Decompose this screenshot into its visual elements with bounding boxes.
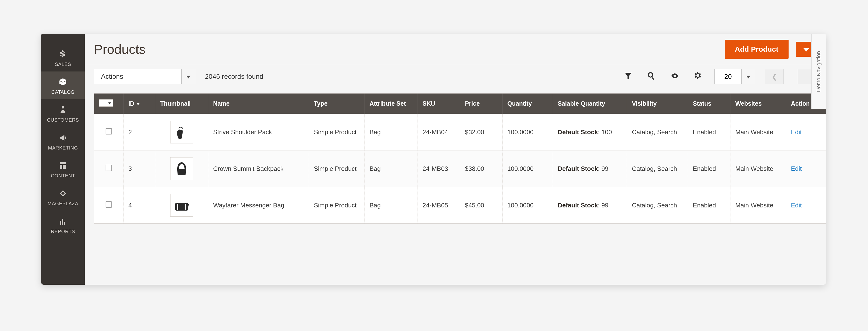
sidebar-item-marketing[interactable]: MARKETING [41,127,85,155]
cell-price: $38.00 [460,150,502,187]
actions-select[interactable]: Actions [94,69,195,84]
sidebar-item-label: CUSTOMERS [47,117,79,123]
chevron-down-icon[interactable] [741,69,755,84]
filters-button[interactable] [621,70,635,83]
cell-id: 3 [123,150,155,187]
funnel-icon [624,72,632,82]
sidebar-item-label: MARKETING [48,145,78,150]
col-salable-quantity[interactable]: Salable Quantity [553,93,627,114]
gear-icon [694,72,702,82]
sort-desc-icon [136,103,140,105]
cell-quantity: 100.0000 [502,150,553,187]
row-checkbox[interactable] [105,128,112,134]
cell-price: $32.00 [460,114,502,150]
row-checkbox-cell [94,150,123,187]
person-icon [42,104,84,115]
products-grid: ID Thumbnail Name Type Attribute Set SKU… [94,93,826,224]
col-price[interactable]: Price [460,93,502,114]
sidebar-item-customers[interactable]: CUSTOMERS [41,99,85,127]
cell-action: Edit [786,114,826,150]
demo-navigation-tab[interactable]: Demo Navigation [811,34,826,109]
page-size-select[interactable] [714,69,755,84]
grid-toolbar: Actions 2046 records found ❮ [85,64,826,89]
cell-quantity: 100.0000 [502,187,553,224]
table-row[interactable]: 3 Crown Summit Backpack Simple Product B… [94,150,826,187]
page-size-input[interactable] [715,69,741,84]
cell-sku: 24-MB04 [417,114,460,150]
cell-salable-quantity: Default Stock: 99 [553,187,627,224]
product-thumb[interactable] [170,121,193,144]
cell-id: 2 [123,114,155,150]
chevron-down-icon[interactable] [181,69,195,84]
cell-type: Simple Product [309,114,365,150]
cell-attribute-set: Bag [365,187,417,224]
records-found-label: 2046 records found [205,73,263,81]
cell-thumbnail [155,114,208,150]
cell-quantity: 100.0000 [502,114,553,150]
admin-window: SALES CATALOG CUSTOMERS MARKETING CONTEN… [41,34,826,285]
chevron-down-icon[interactable] [106,99,113,107]
sidebar-item-label: REPORTS [51,229,75,234]
col-attribute-set[interactable]: Attribute Set [365,93,417,114]
cell-salable-quantity: Default Stock: 100 [553,114,627,150]
cell-thumbnail [155,187,208,224]
cell-price: $45.00 [460,187,502,224]
col-websites[interactable]: Websites [730,93,786,114]
cell-websites: Main Website [730,114,786,150]
cell-type: Simple Product [309,150,365,187]
search-icon [647,72,656,82]
sidebar-item-label: SALES [55,62,71,67]
titlebar: Products Add Product [85,34,826,64]
columns-button[interactable] [691,70,705,83]
main-panel: Products Add Product Actions 2046 record… [85,34,826,285]
product-thumb[interactable] [170,194,193,217]
sidebar-item-catalog[interactable]: CATALOG [41,71,85,99]
checkbox-icon[interactable] [99,99,106,107]
sidebar-item-label: MAGEPLAZA [48,201,79,206]
edit-link[interactable]: Edit [791,128,802,136]
select-all-header[interactable] [94,93,123,114]
sidebar-item-label: CONTENT [51,173,75,178]
layout-icon [42,160,84,171]
col-thumbnail[interactable]: Thumbnail [155,93,208,114]
cell-status: Enabled [688,187,730,224]
row-checkbox[interactable] [105,201,112,208]
col-type[interactable]: Type [309,93,365,114]
cell-status: Enabled [688,114,730,150]
col-sku[interactable]: SKU [417,93,460,114]
actions-select-label: Actions [94,73,181,81]
cell-websites: Main Website [730,150,786,187]
cross-icon [42,188,84,199]
col-visibility[interactable]: Visibility [627,93,688,114]
header-row: ID Thumbnail Name Type Attribute Set SKU… [94,93,826,114]
col-id[interactable]: ID [123,93,155,114]
col-status[interactable]: Status [688,93,730,114]
cell-name: Strive Shoulder Pack [208,114,309,150]
col-name[interactable]: Name [208,93,309,114]
table-row[interactable]: 4 Wayfarer Messenger Bag Simple Product … [94,187,826,224]
sidebar-item-reports[interactable]: REPORTS [41,211,85,239]
sidebar-item-content[interactable]: CONTENT [41,155,85,183]
row-checkbox[interactable] [105,165,112,171]
col-quantity[interactable]: Quantity [502,93,553,114]
row-checkbox-cell [94,187,123,224]
sidebar-item-mageplaza[interactable]: MAGEPLAZA [41,183,85,211]
edit-link[interactable]: Edit [791,165,802,172]
search-button[interactable] [645,70,658,83]
cell-action: Edit [786,187,826,224]
product-thumb[interactable] [170,157,193,180]
cell-id: 4 [123,187,155,224]
cell-attribute-set: Bag [365,114,417,150]
prev-page-button[interactable]: ❮ [765,69,784,84]
cell-websites: Main Website [730,187,786,224]
cell-action: Edit [786,150,826,187]
default-view-button[interactable] [668,70,682,83]
bars-icon [42,216,84,227]
table-row[interactable]: 2 Strive Shoulder Pack Simple Product Ba… [94,114,826,150]
cell-name: Crown Summit Backpack [208,150,309,187]
dollar-icon [42,49,84,60]
sidebar-item-sales[interactable]: SALES [41,43,85,71]
edit-link[interactable]: Edit [791,202,802,209]
cell-sku: 24-MB05 [417,187,460,224]
add-product-button[interactable]: Add Product [724,40,788,59]
